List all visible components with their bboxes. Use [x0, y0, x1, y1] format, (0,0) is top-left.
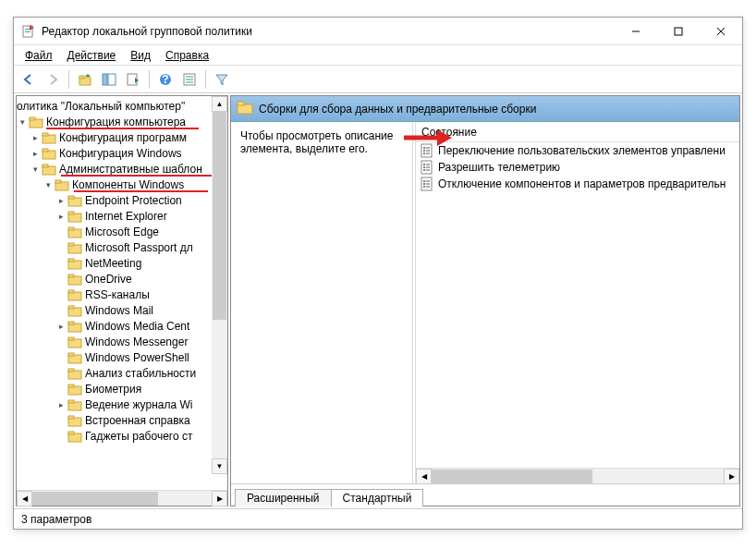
- tree-item[interactable]: Анализ стабильности: [17, 365, 227, 381]
- scroll-right-button[interactable]: ▶: [724, 469, 739, 484]
- nav-back-button[interactable]: [18, 68, 40, 91]
- tree-item[interactable]: ▸Internet Explorer: [17, 208, 227, 224]
- expander-icon[interactable]: ▸: [55, 399, 67, 410]
- svg-rect-10: [108, 74, 116, 85]
- scroll-track[interactable]: [432, 469, 724, 483]
- show-hide-tree-button[interactable]: [98, 68, 120, 91]
- tree-item[interactable]: Microsoft Edge: [17, 224, 227, 239]
- menu-file[interactable]: Файл: [18, 46, 60, 65]
- tree-item[interactable]: Windows Messenger: [17, 334, 227, 349]
- expander-icon[interactable]: ▸: [55, 195, 67, 206]
- policy-icon: [420, 160, 434, 175]
- tree-software-config[interactable]: ▸ Конфигурация программ: [17, 129, 227, 145]
- svg-rect-53: [68, 384, 74, 387]
- up-button[interactable]: [74, 68, 96, 91]
- scroll-track[interactable]: [32, 491, 212, 506]
- tree-item[interactable]: OneDrive: [17, 271, 227, 287]
- tree-item[interactable]: NetMeeting: [17, 255, 227, 271]
- tree-item[interactable]: Windows PowerShell: [17, 349, 227, 365]
- toolbar: ?: [14, 66, 742, 93]
- column-header-state[interactable]: Состояние: [416, 122, 739, 142]
- policy-row[interactable]: Переключение пользовательских элементов …: [416, 142, 739, 159]
- help-button[interactable]: ?: [154, 68, 177, 91]
- view-tabs: Расширенный Стандартный: [231, 483, 739, 506]
- tree-item[interactable]: Встроенная справка: [17, 412, 227, 428]
- tree-item[interactable]: Microsoft Passport дл: [17, 239, 227, 255]
- tree-scrollbar-horizontal[interactable]: ◀ ▶: [17, 490, 227, 506]
- tree-item[interactable]: ▸Endpoint Protection: [17, 192, 227, 208]
- folder-icon: [67, 273, 82, 286]
- statusbar-text: 3 параметров: [21, 513, 91, 526]
- expander-icon[interactable]: ▸: [55, 321, 67, 332]
- details-body: Чтобы просмотреть описание элемента, выд…: [231, 122, 739, 483]
- tree-item[interactable]: Гаджеты рабочего ст: [17, 428, 227, 444]
- folder-icon: [67, 226, 82, 238]
- maximize-button[interactable]: [657, 18, 700, 45]
- nav-forward-button[interactable]: [42, 68, 64, 91]
- expander-icon[interactable]: ▸: [55, 211, 67, 222]
- folder-icon: [67, 304, 82, 317]
- tree-scrollbar-vertical[interactable]: ▲ ▼: [212, 96, 227, 474]
- tree-item[interactable]: ▸Windows Media Cent: [17, 318, 227, 334]
- svg-rect-21: [43, 133, 48, 136]
- filter-button[interactable]: [211, 68, 233, 91]
- details-pane: Сборки для сбора данных и предварительны…: [230, 95, 740, 506]
- svg-point-72: [423, 166, 425, 168]
- scroll-track[interactable]: [212, 112, 227, 458]
- policy-row[interactable]: Разрешить телеметрию: [416, 159, 739, 176]
- expander-icon[interactable]: ▸: [30, 132, 41, 143]
- svg-point-74: [423, 169, 425, 171]
- tree-root[interactable]: олитика "Локальный компьютер": [17, 98, 227, 114]
- expander-icon[interactable]: ▸: [30, 148, 41, 159]
- svg-rect-2: [25, 31, 30, 32]
- minimize-button[interactable]: [615, 18, 657, 45]
- svg-rect-47: [68, 337, 74, 340]
- menubar: Файл Действие Вид Справка: [14, 45, 742, 66]
- tree-view[interactable]: олитика "Локальный компьютер" ▾ Конфигур…: [17, 96, 227, 490]
- tree-item[interactable]: RSS-каналы: [17, 287, 227, 302]
- tab-standard[interactable]: Стандартный: [331, 489, 424, 506]
- tree-windows-config[interactable]: ▸ Конфигурация Windows: [17, 145, 227, 161]
- policy-row[interactable]: Отключение компонентов и параметров пред…: [416, 176, 739, 192]
- menu-action[interactable]: Действие: [60, 46, 124, 65]
- expander-icon[interactable]: ▾: [17, 116, 28, 128]
- folder-icon: [237, 100, 253, 117]
- close-button[interactable]: [700, 18, 742, 45]
- tree-item[interactable]: Биометрия: [17, 381, 227, 396]
- scroll-thumb[interactable]: [32, 492, 158, 506]
- scroll-thumb[interactable]: [432, 470, 592, 483]
- folder-icon: [67, 336, 82, 348]
- menu-view[interactable]: Вид: [123, 46, 158, 65]
- scroll-left-button[interactable]: ◀: [17, 491, 32, 506]
- svg-rect-33: [68, 227, 74, 230]
- svg-text:?: ?: [162, 73, 168, 86]
- scroll-down-button[interactable]: ▼: [212, 458, 227, 474]
- tree-item[interactable]: ▸Ведение журнала Wi: [17, 396, 227, 412]
- expander-icon[interactable]: ▾: [30, 164, 41, 175]
- svg-rect-49: [68, 353, 74, 356]
- details-scrollbar-horizontal[interactable]: ◀ ▶: [416, 468, 739, 483]
- scroll-up-button[interactable]: ▲: [212, 96, 227, 112]
- annotation-arrow: [402, 128, 453, 148]
- tab-extended[interactable]: Расширенный: [235, 489, 332, 506]
- svg-point-81: [423, 186, 425, 188]
- tree-pane: олитика "Локальный компьютер" ▾ Конфигур…: [16, 95, 228, 506]
- scroll-thumb[interactable]: [213, 112, 226, 320]
- main-area: олитика "Локальный компьютер" ▾ Конфигур…: [14, 93, 742, 508]
- scroll-right-button[interactable]: ▶: [212, 491, 227, 506]
- properties-button[interactable]: [178, 68, 201, 91]
- export-button[interactable]: [122, 68, 144, 91]
- folder-icon: [42, 131, 56, 144]
- svg-rect-43: [68, 306, 74, 309]
- tree-item[interactable]: Windows Mail: [17, 302, 227, 318]
- app-icon: [21, 24, 36, 39]
- svg-point-67: [423, 152, 425, 154]
- menu-help[interactable]: Справка: [158, 46, 216, 65]
- svg-point-70: [423, 164, 425, 165]
- expander-icon[interactable]: ▾: [43, 179, 54, 190]
- folder-icon: [67, 398, 82, 411]
- svg-rect-29: [68, 196, 74, 199]
- scroll-left-button[interactable]: ◀: [416, 469, 432, 484]
- svg-rect-35: [68, 243, 74, 246]
- svg-rect-37: [68, 259, 74, 262]
